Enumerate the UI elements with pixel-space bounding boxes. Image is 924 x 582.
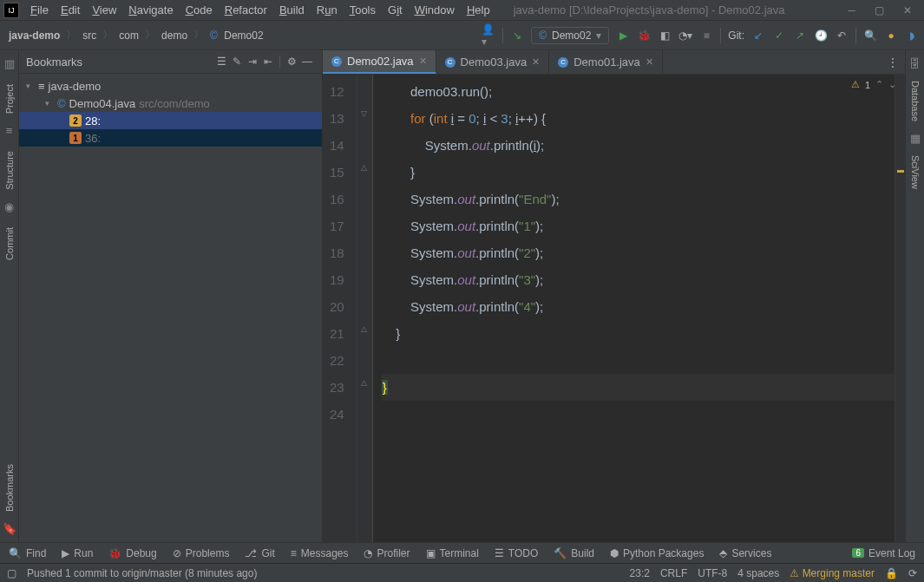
git-history-icon[interactable]: 🕘 xyxy=(814,29,828,43)
file-encoding[interactable]: UTF-8 xyxy=(698,567,727,579)
menu-help[interactable]: Help xyxy=(461,3,496,16)
menubar: IJ File Edit View Navigate Code Refactor… xyxy=(0,0,924,21)
breadcrumb-item[interactable]: © Demo02 xyxy=(206,29,267,42)
menu-navigate[interactable]: Navigate xyxy=(122,3,179,16)
editor-tab[interactable]: C Demo02.java ✕ xyxy=(323,50,436,74)
breadcrumb-item[interactable]: demo xyxy=(158,29,191,42)
toolwindow-toggle-icon[interactable]: ▢ xyxy=(7,567,16,579)
tree-root[interactable]: ▾≡java-demo xyxy=(19,77,322,95)
close-icon[interactable]: ✕ xyxy=(903,4,912,16)
git-push-icon[interactable]: ↗ xyxy=(793,29,807,43)
expand-icon[interactable]: ⇤ xyxy=(260,56,276,68)
ide-settings-icon[interactable]: ● xyxy=(884,29,898,43)
line-gutter[interactable]: 12131415161718192021222324 xyxy=(323,75,357,542)
tool-messages[interactable]: ≡ Messages xyxy=(291,547,349,559)
database-icon[interactable]: 🗄 xyxy=(909,57,921,70)
gear-icon[interactable]: ⚙ xyxy=(284,56,299,68)
tab-database[interactable]: Database xyxy=(908,74,922,128)
tool-problems[interactable]: ⊘ Problems xyxy=(173,547,230,559)
menu-refactor[interactable]: Refactor xyxy=(219,3,273,16)
close-tab-icon[interactable]: ✕ xyxy=(645,56,653,68)
build-icon[interactable]: ↘ xyxy=(510,29,524,43)
menu-tools[interactable]: Tools xyxy=(344,3,382,16)
run-config-selector[interactable]: ©Demo02▾ xyxy=(531,27,609,44)
tool-python[interactable]: ⬢ Python Packages xyxy=(610,547,704,559)
tool-event-log[interactable]: 6 Event Log xyxy=(852,547,915,559)
inspection-widget[interactable]: ⚠1 ⌃⌄ xyxy=(851,79,896,90)
tool-run[interactable]: ▶ Run xyxy=(62,547,93,559)
maximize-icon[interactable]: ▢ xyxy=(875,4,884,16)
menu-code[interactable]: Code xyxy=(180,3,219,16)
window-title: java-demo [D:\IdeaProjects\java-demo] - … xyxy=(514,3,785,16)
sync-icon[interactable]: ⟳ xyxy=(908,567,917,579)
git-label: Git: xyxy=(728,29,744,42)
code-area[interactable]: 12131415161718192021222324 ▽ △ △ △ demo0… xyxy=(323,75,905,542)
bottom-toolbar: 🔍 Find ▶ Run 🐞 Debug ⊘ Problems ⎇ Git ≡ … xyxy=(0,542,924,563)
profile-icon[interactable]: ◔▾ xyxy=(678,29,692,43)
tool-find[interactable]: 🔍 Find xyxy=(9,547,46,559)
tool-services[interactable]: ⬘ Services xyxy=(719,547,771,559)
search-icon[interactable]: 🔍 xyxy=(863,29,877,43)
git-rollback-icon[interactable]: ↶ xyxy=(835,29,849,43)
indent-settings[interactable]: 4 spaces xyxy=(737,567,779,579)
lock-icon[interactable]: 🔒 xyxy=(885,567,898,579)
coverage-icon[interactable]: ◧ xyxy=(658,29,672,43)
tool-profiler[interactable]: ◔ Profiler xyxy=(364,547,410,559)
tab-commit[interactable]: Commit xyxy=(3,220,16,267)
tab-structure[interactable]: Structure xyxy=(3,144,16,197)
bookmark-icon[interactable]: 🔖 xyxy=(3,522,16,535)
collapse-icon[interactable]: ⇥ xyxy=(245,56,260,68)
menu-view[interactable]: View xyxy=(86,3,122,16)
sciview-icon[interactable]: ▦ xyxy=(910,132,921,145)
close-tab-icon[interactable]: ✕ xyxy=(532,56,540,68)
debug-icon[interactable]: 🐞 xyxy=(637,29,651,43)
avatar-icon[interactable]: ◗ xyxy=(905,29,919,43)
tab-project[interactable]: Project xyxy=(3,77,16,121)
tool-git[interactable]: ⎇ Git xyxy=(245,547,274,559)
class-icon: C xyxy=(331,56,342,67)
menu-build[interactable]: Build xyxy=(273,3,311,16)
git-update-icon[interactable]: ↙ xyxy=(751,29,765,43)
edit-icon[interactable]: ✎ xyxy=(229,56,245,68)
breadcrumb-item[interactable]: java-demo xyxy=(5,29,63,42)
tool-todo[interactable]: ☰ TODO xyxy=(495,547,538,559)
breadcrumb-item[interactable]: com xyxy=(115,29,142,42)
code-content[interactable]: demo03.run(); for (int i = 0; i < 3; i++… xyxy=(373,75,895,542)
tool-debug[interactable]: 🐞 Debug xyxy=(108,547,156,559)
editor-tab[interactable]: C Demo03.java ✕ xyxy=(436,50,550,74)
breadcrumb-item[interactable]: src xyxy=(79,29,100,42)
tree-file[interactable]: ▾ © Demo04.java src/com/demo xyxy=(19,95,322,112)
commit-icon[interactable]: ◉ xyxy=(4,200,14,213)
folder-icon[interactable]: ▥ xyxy=(4,57,15,70)
user-icon[interactable]: 👤▾ xyxy=(482,29,495,43)
stop-icon[interactable]: ■ xyxy=(699,29,713,43)
bookmark-item[interactable]: 1 36: xyxy=(19,129,322,147)
tab-sciview[interactable]: SciView xyxy=(908,148,922,196)
navbar: java-demo〉 src〉 com〉 demo〉 © Demo02 👤▾ ↘… xyxy=(0,21,924,50)
tool-build[interactable]: 🔨 Build xyxy=(554,547,594,559)
git-branch[interactable]: ⚠ Merging master xyxy=(790,567,875,579)
run-icon[interactable]: ▶ xyxy=(616,29,630,43)
caret-position[interactable]: 23:2 xyxy=(630,567,650,579)
fold-gutter[interactable]: ▽ △ △ △ xyxy=(357,75,373,542)
menu-file[interactable]: File xyxy=(24,3,55,16)
menu-git[interactable]: Git xyxy=(382,3,409,16)
bookmark-item[interactable]: 2 28: xyxy=(19,112,322,129)
minimize-icon[interactable]: ─ xyxy=(848,4,855,16)
tab-menu-icon[interactable]: ⋮ xyxy=(881,50,905,74)
tool-terminal[interactable]: ▣ Terminal xyxy=(426,547,479,559)
error-stripe[interactable] xyxy=(895,75,905,542)
tab-bookmarks[interactable]: Bookmarks xyxy=(3,457,16,519)
left-tool-gutter: ▥ Project ≡ Structure ◉ Commit Bookmarks… xyxy=(0,50,19,542)
hide-icon[interactable]: — xyxy=(299,56,315,68)
new-list-icon[interactable]: ☰ xyxy=(213,56,229,68)
menu-run[interactable]: Run xyxy=(311,3,344,16)
status-message: Pushed 1 commit to origin/master (8 minu… xyxy=(27,567,257,579)
git-commit-icon[interactable]: ✓ xyxy=(772,29,786,43)
menu-window[interactable]: Window xyxy=(409,3,461,16)
line-separator[interactable]: CRLF xyxy=(660,567,687,579)
close-tab-icon[interactable]: ✕ xyxy=(419,56,427,67)
structure-icon[interactable]: ≡ xyxy=(6,124,13,137)
editor-tab[interactable]: C Demo01.java ✕ xyxy=(549,50,663,74)
menu-edit[interactable]: Edit xyxy=(55,3,86,16)
